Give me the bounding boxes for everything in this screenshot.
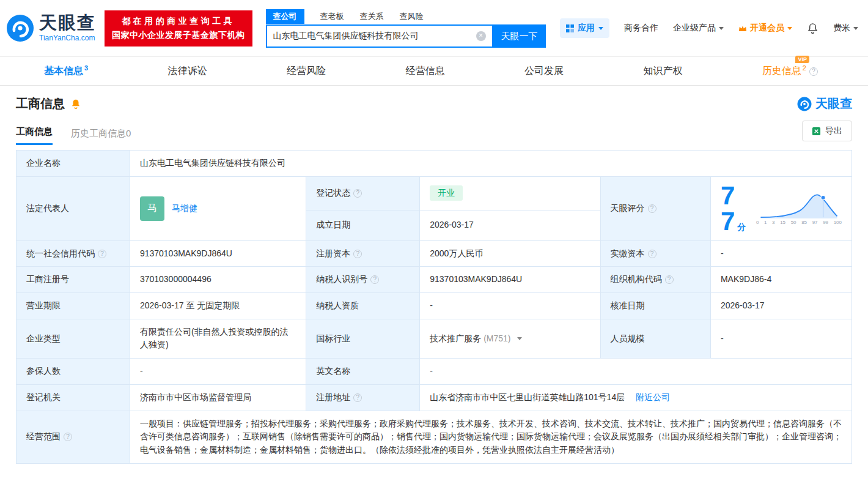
main-content: 工商信息 天眼查 工商信息 历史工商信息0 导出 bbox=[0, 95, 868, 464]
establish-date-label: 成立日期 bbox=[306, 210, 420, 240]
credit-code-label: 统一社会信用代码 bbox=[17, 240, 130, 267]
taxpayer-quality-label: 纳税人资质 bbox=[306, 293, 420, 319]
approval-date-label: 核准日期 bbox=[600, 293, 710, 319]
tab-history-info[interactable]: VIP 历史信息2 bbox=[762, 64, 818, 78]
insured-count-value: - bbox=[130, 359, 306, 385]
score-axis: 0131550859799100 bbox=[756, 219, 842, 226]
score-label: 天眼评分 bbox=[600, 176, 710, 240]
help-icon[interactable] bbox=[370, 275, 379, 284]
help-icon[interactable] bbox=[353, 250, 362, 258]
section-title: 工商信息 bbox=[16, 95, 65, 112]
company-type-label: 企业类型 bbox=[17, 319, 130, 358]
legal-rep-label: 法定代表人 bbox=[17, 176, 130, 240]
search-tab-risk[interactable]: 查风险 bbox=[400, 11, 424, 22]
search-area: 查公司 查老板 查关系 查风险 天眼一下 bbox=[266, 9, 546, 48]
nearby-companies-link[interactable]: 附近公司 bbox=[636, 392, 670, 402]
tab-legal-lawsuits[interactable]: 法律诉讼 bbox=[168, 65, 207, 78]
tab-basic-info-count: 3 bbox=[84, 64, 88, 72]
enterprise-products-label: 企业级产品 bbox=[673, 23, 716, 34]
export-button[interactable]: 导出 bbox=[802, 121, 852, 141]
export-label: 导出 bbox=[825, 125, 842, 136]
open-vip-menu[interactable]: 开通会员 bbox=[738, 23, 792, 34]
tab-basic-info[interactable]: 基本信息3 bbox=[44, 64, 88, 78]
reg-number-label: 工商注册号 bbox=[17, 267, 130, 293]
open-vip-label: 开通会员 bbox=[750, 23, 784, 34]
tab-history-info-count: 2 bbox=[803, 64, 806, 72]
company-name-value: 山东电工电气集团供应链科技有限公司 bbox=[130, 151, 851, 177]
tab-company-development[interactable]: 公司发展 bbox=[524, 65, 564, 78]
insured-count-label: 参保人数 bbox=[17, 359, 130, 385]
chevron-down-icon bbox=[787, 27, 792, 30]
org-code-label: 组织机构代码 bbox=[600, 267, 710, 293]
notification-bell[interactable] bbox=[807, 23, 818, 34]
table-row: 企业类型 有限责任公司(非自然人投资或控股的法人独资) 国标行业 技术推广服务 … bbox=[17, 319, 852, 358]
establish-date-value: 2026-03-17 bbox=[420, 210, 600, 240]
subtab-business-info[interactable]: 工商信息 bbox=[16, 126, 53, 145]
header-right: 应用 商务合作 企业级产品 开通会员 费米 bbox=[560, 18, 858, 38]
user-menu[interactable]: 费米 bbox=[833, 23, 858, 34]
table-row: 法定代表人 马 马增健 登记状态 开业 天眼评分 bbox=[17, 176, 852, 210]
help-icon[interactable] bbox=[98, 250, 106, 258]
reg-authority-label: 登记机关 bbox=[17, 384, 130, 411]
tab-operation-risk[interactable]: 经营风险 bbox=[287, 65, 326, 78]
tab-operation-info[interactable]: 经营信息 bbox=[405, 65, 444, 78]
alert-bell-icon[interactable] bbox=[70, 99, 81, 110]
help-icon[interactable] bbox=[809, 67, 818, 76]
chevron-down-icon[interactable] bbox=[517, 337, 522, 340]
username: 费米 bbox=[833, 23, 850, 34]
reg-address-label: 注册地址 bbox=[306, 384, 420, 411]
staff-size-label: 人员规模 bbox=[600, 319, 710, 358]
help-icon[interactable] bbox=[648, 250, 657, 258]
business-cooperation-link[interactable]: 商务合作 bbox=[624, 23, 658, 34]
reg-status-label: 登记状态 bbox=[306, 176, 420, 210]
search-input[interactable] bbox=[267, 31, 476, 41]
reg-address-text: 山东省济南市市中区七里山街道英雄山路101号14层 bbox=[430, 392, 625, 402]
industry-value: 技术推广服务 (M751) bbox=[420, 319, 600, 358]
search-tab-relation[interactable]: 查关系 bbox=[360, 11, 384, 22]
subtabs: 工商信息 历史工商信息0 导出 bbox=[16, 124, 852, 145]
legal-rep-link[interactable]: 马增健 bbox=[172, 202, 197, 215]
clear-icon[interactable] bbox=[476, 31, 486, 41]
score-value: 77 bbox=[721, 181, 735, 236]
logo-title: 天眼查 bbox=[39, 14, 96, 32]
promo-line2: 国家中小企业发展子基金旗下机构 bbox=[112, 30, 245, 41]
company-name-label: 企业名称 bbox=[17, 151, 130, 177]
crown-icon bbox=[738, 25, 747, 32]
enterprise-products-menu[interactable]: 企业级产品 bbox=[673, 23, 724, 34]
tianyancha-brand-icon bbox=[797, 97, 812, 111]
business-term-value: 2026-03-17 至 无固定期限 bbox=[130, 293, 306, 319]
search-tabs: 查公司 查老板 查关系 查风险 bbox=[266, 9, 546, 24]
search-box bbox=[266, 24, 493, 48]
table-row: 企业名称 山东电工电气集团供应链科技有限公司 bbox=[17, 151, 852, 177]
english-name-value: - bbox=[420, 359, 852, 385]
search-tab-company[interactable]: 查公司 bbox=[266, 9, 304, 24]
help-icon[interactable] bbox=[648, 204, 657, 213]
industry-code: (M751) bbox=[484, 333, 510, 343]
help-icon[interactable] bbox=[64, 433, 72, 441]
staff-size-value: - bbox=[710, 319, 851, 358]
score-chart: 0131550859799100 bbox=[756, 190, 842, 226]
chevron-down-icon bbox=[719, 27, 724, 30]
help-icon[interactable] bbox=[353, 393, 362, 402]
help-icon[interactable] bbox=[353, 189, 362, 198]
taxpayer-id-value: 91370103MAK9DJ864U bbox=[420, 267, 600, 293]
apps-menu[interactable]: 应用 bbox=[560, 18, 609, 38]
tianyancha-logo-icon bbox=[6, 14, 34, 42]
credit-code-value: 91370103MAK9DJ864U bbox=[130, 240, 306, 267]
score-curve-icon bbox=[756, 190, 842, 218]
help-icon[interactable] bbox=[665, 275, 674, 284]
subtab-history-business-info[interactable]: 历史工商信息0 bbox=[71, 128, 131, 145]
chevron-down-icon bbox=[853, 27, 858, 30]
vip-badge: VIP bbox=[795, 56, 809, 63]
apps-label: 应用 bbox=[578, 23, 595, 34]
search-tab-boss[interactable]: 查老板 bbox=[320, 11, 344, 22]
tianyancha-logo[interactable]: 天眼查 TianYanCha.com bbox=[6, 14, 96, 42]
header: 天眼查 TianYanCha.com 都在用的商业查询工具 国家中小企业发展子基… bbox=[0, 0, 868, 56]
english-name-label: 英文名称 bbox=[306, 359, 420, 385]
search-button[interactable]: 天眼一下 bbox=[493, 24, 546, 48]
reg-capital-value: 2000万人民币 bbox=[420, 240, 600, 267]
reg-address-value: 山东省济南市市中区七里山街道英雄山路101号14层 附近公司 bbox=[420, 384, 852, 411]
tab-intellectual-property[interactable]: 知识产权 bbox=[643, 65, 682, 78]
industry-label: 国标行业 bbox=[306, 319, 420, 358]
avatar[interactable]: 马 bbox=[140, 196, 164, 221]
